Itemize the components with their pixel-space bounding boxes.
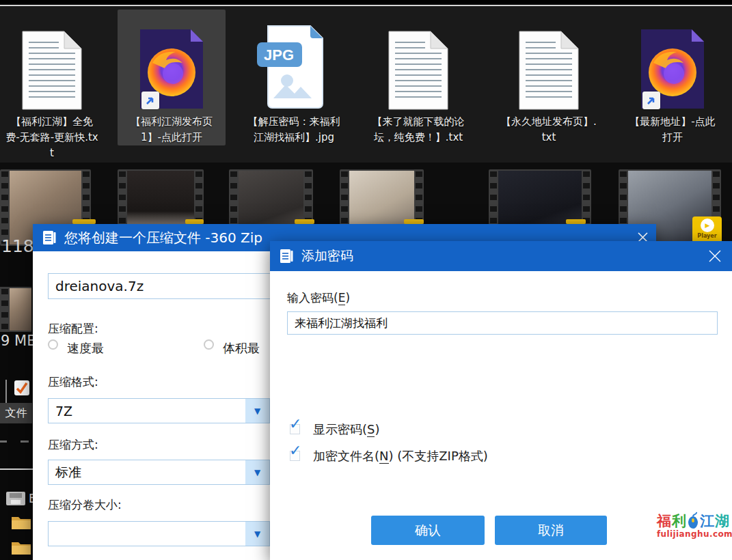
firefox-html-file-icon bbox=[638, 18, 707, 111]
player-badge-partial bbox=[404, 219, 424, 224]
show-password-label: 显示密码(S) bbox=[313, 421, 380, 438]
encrypt-filenames-label: 加密文件名(N) (不支持ZIP格式) bbox=[313, 448, 488, 464]
split-size-label: 压缩分卷大小: bbox=[48, 497, 122, 513]
chevron-down-icon[interactable] bbox=[245, 522, 269, 546]
format-select[interactable]: 7Z bbox=[48, 398, 270, 423]
filmstrip-holes bbox=[1, 289, 8, 330]
360zip-dialog-icon bbox=[41, 229, 57, 246]
shortcut-arrow-icon bbox=[642, 92, 660, 109]
radio-fastest-speed[interactable] bbox=[48, 339, 58, 350]
svg-text:JPG: JPG bbox=[264, 46, 294, 64]
add-password-dialog: 添加密码 输入密码(E) 来福利江湖找福利 显示密码(S) 加密文件名(N) (… bbox=[270, 241, 732, 560]
brand-char: 湖 bbox=[715, 514, 729, 529]
drive-icon[interactable] bbox=[5, 490, 26, 509]
archive-filename-value: dreianova.7z bbox=[55, 278, 144, 294]
text-file-icon bbox=[517, 18, 580, 111]
watermark-url: fulijianghu.com bbox=[657, 530, 729, 539]
folder-icon[interactable] bbox=[11, 540, 31, 559]
add-password-titlebar[interactable]: 添加密码 bbox=[270, 241, 732, 271]
label-accesskey: E bbox=[338, 291, 346, 305]
top-window-border bbox=[0, 5, 732, 6]
password-value: 来福利江湖找福利 bbox=[295, 316, 388, 331]
label-text: 输入密码( bbox=[287, 291, 338, 305]
desktop-icon-permanent-address-txt[interactable]: 【永久地址发布页】.txt bbox=[485, 10, 612, 145]
toolbar-divider bbox=[5, 380, 7, 404]
method-value: 标准 bbox=[49, 460, 245, 484]
dialog-title: 添加密码 bbox=[301, 247, 724, 265]
label-accesskey: S bbox=[367, 422, 375, 437]
divider-dash bbox=[21, 440, 29, 443]
watermark-brand: 福 利 江 湖 bbox=[657, 512, 729, 529]
player-badge-partial bbox=[295, 219, 314, 224]
chevron-down-icon[interactable] bbox=[245, 399, 269, 423]
desktop-icon-firefox-page1[interactable]: 【福利江湖发布页1】-点此打开 bbox=[118, 10, 226, 145]
player-badge-label: Player bbox=[697, 233, 716, 239]
format-label: 压缩格式: bbox=[48, 374, 98, 390]
compression-config-label: 压缩配置: bbox=[48, 321, 98, 337]
radio-smallest-size-label: 体积最 bbox=[223, 340, 260, 356]
folder-icon[interactable] bbox=[11, 514, 31, 533]
checked-task-icon bbox=[14, 380, 30, 399]
chevron-down-icon[interactable] bbox=[245, 460, 269, 484]
text-file-icon bbox=[387, 18, 450, 111]
brand-char: 江 bbox=[700, 514, 714, 529]
desktop-icon-label: 【解压密码：来福利江湖找福利】.jpg bbox=[246, 114, 342, 145]
password-field-label: 输入密码(E) bbox=[287, 290, 350, 306]
desktop-icon-label: 【来了就能下载的论坛，纯免费！】.txt bbox=[370, 114, 466, 145]
desktop-icon-label: 【永久地址发布页】.txt bbox=[501, 114, 597, 145]
label-text: 加密文件名( bbox=[313, 449, 379, 463]
desktop-icon-label: 【福利江湖】全免费-无套路-更新快.txt bbox=[4, 114, 100, 161]
jpg-file-icon: JPG bbox=[256, 18, 332, 111]
check-icon bbox=[289, 443, 301, 458]
player-overlay-badge[interactable]: Player bbox=[692, 216, 722, 243]
fulijianghu-watermark: 福 利 江 湖 fulijianghu.com bbox=[657, 512, 729, 539]
label-text: ) (不支持ZIP格式) bbox=[389, 449, 488, 463]
desktop-icon-password-jpg[interactable]: JPG 【解压密码：来福利江湖找福利】.jpg bbox=[236, 10, 351, 145]
close-icon[interactable] bbox=[709, 250, 721, 265]
divider-dash bbox=[0, 440, 7, 443]
confirm-button[interactable]: 确认 bbox=[371, 516, 485, 545]
method-label: 压缩方式: bbox=[48, 437, 98, 453]
check-icon bbox=[289, 417, 301, 432]
label-accesskey: N bbox=[379, 449, 388, 464]
video-preview bbox=[10, 288, 31, 331]
player-badge-partial bbox=[566, 219, 586, 224]
split-size-value bbox=[49, 522, 245, 546]
mouse-icon bbox=[688, 512, 699, 529]
desktop-icon-firefox-latest[interactable]: 【最新地址】-点此打开 bbox=[614, 10, 731, 145]
cancel-button[interactable]: 取消 bbox=[495, 516, 607, 545]
method-select[interactable]: 标准 bbox=[48, 460, 270, 485]
radio-smallest-size[interactable] bbox=[204, 339, 214, 350]
player-badge-partial bbox=[185, 219, 204, 224]
360zip-dialog-icon bbox=[278, 248, 295, 264]
desktop-icon-label: 【福利江湖发布页1】-点此打开 bbox=[124, 114, 219, 145]
player-badge-partial bbox=[72, 219, 96, 224]
brand-char: 福 bbox=[657, 514, 671, 529]
password-input[interactable]: 来福利江湖找福利 bbox=[287, 311, 718, 335]
filmstrip-holes bbox=[1, 171, 8, 244]
label-text: ) bbox=[345, 291, 350, 305]
panel-divider bbox=[0, 468, 33, 470]
desktop-icon-forum-txt[interactable]: 【来了就能下载的论坛，纯免费！】.txt bbox=[362, 10, 474, 145]
firefox-html-file-icon bbox=[137, 18, 206, 111]
brand-char: 利 bbox=[672, 514, 686, 529]
file-size-text: 9 MB bbox=[1, 333, 37, 349]
top-window-edge bbox=[0, 0, 732, 5]
split-size-select[interactable] bbox=[48, 521, 270, 546]
desktop-icon-label: 【最新地址】-点此打开 bbox=[625, 114, 720, 145]
format-value: 7Z bbox=[49, 399, 245, 423]
desktop-icon-fulijianghu-txt[interactable]: 【福利江湖】全免费-无套路-更新快.txt bbox=[0, 10, 104, 161]
video-thumbnail-partial[interactable] bbox=[0, 287, 31, 332]
play-icon bbox=[701, 219, 714, 232]
text-file-icon bbox=[21, 18, 83, 111]
shortcut-arrow-icon bbox=[141, 92, 159, 109]
label-text: ) bbox=[375, 422, 379, 436]
file-menu-tab[interactable]: 文件 bbox=[0, 403, 32, 423]
radio-fastest-speed-label: 速度最 bbox=[67, 340, 104, 356]
label-text: 显示密码( bbox=[313, 422, 367, 436]
